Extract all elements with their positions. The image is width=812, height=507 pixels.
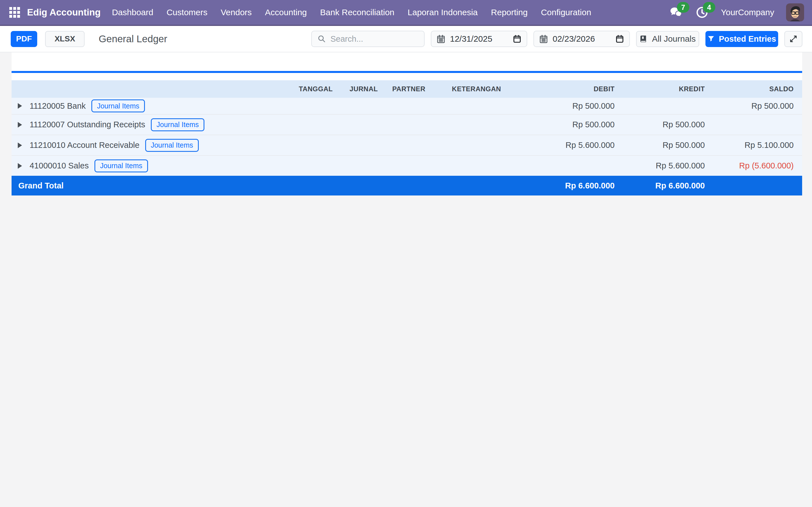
cell-debit: Rp 5.600.000	[522, 140, 615, 150]
col-header-partner: PARTNER	[386, 85, 432, 93]
grand-total-row: Grand Total Rp 6.600.000 Rp 6.600.000	[11, 176, 802, 195]
app-brand[interactable]: Edig Accounting	[27, 7, 101, 18]
col-header-keterangan: KETERANGAN	[432, 85, 522, 93]
book-icon	[640, 35, 647, 43]
date-picker-icon[interactable]	[615, 34, 624, 43]
cell-kredit: Rp 500.000	[615, 140, 705, 150]
expand-caret[interactable]	[18, 143, 22, 148]
xlsx-button[interactable]: XLSX	[45, 31, 85, 47]
journal-items-button[interactable]: Journal Items	[91, 100, 145, 112]
journal-items-button[interactable]: Journal Items	[151, 118, 204, 131]
apps-grid-icon	[9, 7, 20, 18]
nav-item-reporting[interactable]: Reporting	[491, 8, 527, 17]
expand-button[interactable]	[784, 31, 802, 47]
pdf-button[interactable]: PDF	[11, 31, 37, 47]
grand-total-debit: Rp 6.600.000	[522, 181, 615, 190]
expand-caret[interactable]	[18, 163, 22, 169]
grand-total-label: Grand Total	[11, 181, 290, 190]
date-to-field[interactable]: 02/23/2026	[534, 31, 630, 47]
col-header-jurnal: JURNAL	[341, 85, 386, 93]
search-box	[311, 31, 424, 47]
date-from-value: 12/31/2025	[450, 34, 508, 44]
journals-filter-label: All Journals	[652, 34, 696, 44]
col-header-debit: DEBIT	[522, 85, 615, 93]
apps-menu-button[interactable]	[8, 7, 21, 18]
search-icon	[317, 35, 326, 43]
expand-caret[interactable]	[18, 103, 22, 109]
report-top-rule	[11, 71, 802, 73]
account-name: 11120005 Bank	[30, 101, 86, 111]
cell-debit: Rp 500.000	[522, 120, 615, 129]
report-toolbar: PDF XLSX General Ledger 12/31/2025	[0, 26, 812, 52]
activities-button[interactable]: 4	[695, 5, 709, 19]
calendar-icon	[539, 34, 548, 43]
main-content: TANGGAL JURNAL PARTNER KETERANGAN DEBIT …	[0, 52, 812, 507]
page-title: General Ledger	[99, 33, 167, 45]
avatar-image	[786, 3, 804, 21]
date-from-field[interactable]: 12/31/2025	[431, 31, 527, 47]
date-to-value: 02/23/2026	[553, 34, 611, 44]
main-menu: Dashboard Customers Vendors Accounting B…	[112, 8, 591, 17]
cell-kredit: Rp 500.000	[615, 120, 705, 129]
nav-item-customers[interactable]: Customers	[167, 8, 207, 17]
table-row-bank: 11120005 Bank Journal Items Rp 500.000 R…	[11, 98, 802, 114]
col-header-saldo: SALDO	[705, 85, 794, 93]
grand-total-kredit: Rp 6.600.000	[615, 181, 705, 190]
account-name: 11120007 Outstanding Receipts	[30, 120, 145, 129]
calendar-icon	[437, 34, 446, 43]
table-row-sales: 41000010 Sales Journal Items Rp 5.600.00…	[11, 155, 802, 176]
nav-item-dashboard[interactable]: Dashboard	[112, 8, 153, 17]
col-header-kredit: KREDIT	[615, 85, 705, 93]
table-row-account-receivable: 11210010 Account Receivable Journal Item…	[11, 135, 802, 155]
table-header-row: TANGGAL JURNAL PARTNER KETERANGAN DEBIT …	[11, 80, 802, 98]
cell-saldo: Rp 5.100.000	[705, 140, 794, 150]
user-avatar[interactable]	[786, 3, 804, 21]
search-input[interactable]	[331, 34, 418, 44]
table-row-outstanding-receipts: 11120007 Outstanding Receipts Journal It…	[11, 114, 802, 135]
journal-items-button[interactable]: Journal Items	[94, 159, 148, 172]
nav-item-vendors[interactable]: Vendors	[221, 8, 252, 17]
nav-item-bank-reconciliation[interactable]: Bank Reconciliation	[320, 8, 394, 17]
activities-badge: 4	[703, 2, 715, 13]
messages-button[interactable]: 7	[669, 5, 683, 19]
expand-icon	[789, 35, 798, 43]
expand-caret[interactable]	[18, 122, 22, 128]
messages-badge: 7	[677, 2, 689, 13]
account-name: 41000010 Sales	[30, 161, 89, 170]
cell-kredit: Rp 5.600.000	[615, 161, 705, 170]
general-ledger-report: TANGGAL JURNAL PARTNER KETERANGAN DEBIT …	[11, 52, 802, 195]
nav-item-configuration[interactable]: Configuration	[541, 8, 591, 17]
cell-saldo: Rp 500.000	[705, 101, 794, 111]
account-name: 11210010 Account Receivable	[30, 140, 140, 150]
posted-entries-label: Posted Entries	[719, 34, 776, 44]
nav-item-accounting[interactable]: Accounting	[265, 8, 307, 17]
col-header-tanggal: TANGGAL	[290, 85, 341, 93]
cell-debit: Rp 500.000	[522, 101, 615, 111]
cell-saldo-negative: Rp (5.600.000)	[705, 161, 794, 170]
top-navbar: Edig Accounting Dashboard Customers Vend…	[0, 0, 812, 26]
company-menu[interactable]: YourCompany	[721, 8, 774, 17]
filter-icon	[707, 35, 715, 43]
journals-filter-button[interactable]: All Journals	[636, 31, 699, 47]
journal-items-button[interactable]: Journal Items	[145, 139, 199, 152]
date-picker-icon[interactable]	[513, 34, 522, 43]
nav-item-laporan-indonesia[interactable]: Laporan Indonesia	[408, 8, 478, 17]
posted-entries-button[interactable]: Posted Entries	[705, 31, 778, 47]
